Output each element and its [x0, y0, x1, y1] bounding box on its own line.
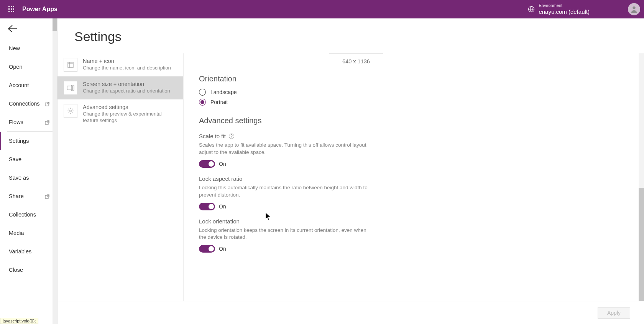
svg-point-17: [70, 110, 72, 112]
apply-button[interactable]: Apply: [598, 307, 630, 319]
help-icon[interactable]: ?: [229, 134, 234, 139]
popout-icon: [45, 194, 49, 198]
radio-portrait[interactable]: Portrait: [199, 99, 629, 106]
sidebar-item-media[interactable]: Media: [0, 224, 57, 242]
orientation-heading: Orientation: [199, 74, 629, 83]
tab-name-icon[interactable]: Name + icon Change the name, icon, and d…: [58, 53, 183, 76]
dimensions-label: 640 x 1136: [329, 53, 383, 69]
sidebar-item-save[interactable]: Save: [0, 150, 57, 169]
footer: Apply: [58, 301, 644, 324]
toggle-lock-orientation[interactable]: [199, 245, 215, 253]
settings-detail: 640 x 1136 Orientation Landscape Portrai…: [183, 53, 644, 301]
settings-tabs: Name + icon Change the name, icon, and d…: [58, 53, 183, 301]
environment-selector[interactable]: Environment enayu.com (default): [528, 3, 590, 15]
sidebar-scrollbar[interactable]: [53, 18, 57, 324]
environment-value: enayu.com (default): [539, 8, 590, 15]
advanced-heading: Advanced settings: [199, 116, 629, 125]
user-avatar[interactable]: [628, 3, 640, 15]
svg-rect-1: [11, 6, 12, 7]
sidebar-item-flows[interactable]: Flows: [0, 113, 57, 131]
sidebar-item-save-as[interactable]: Save as: [0, 169, 57, 187]
popout-icon: [45, 101, 49, 106]
sidebar-item-close[interactable]: Close: [0, 261, 57, 279]
page-title: Settings: [58, 18, 644, 53]
gear-icon: [64, 104, 77, 118]
status-bar: javascript:void(0);: [0, 318, 38, 324]
app-title: Power Apps: [22, 6, 58, 13]
sidebar-item-variables[interactable]: Variables: [0, 242, 57, 261]
back-button[interactable]: [0, 18, 57, 39]
svg-rect-5: [13, 8, 14, 10]
setting-scale-to-fit: Scale to fit ? Scales the app to fit ava…: [199, 133, 629, 168]
popout-icon: [45, 120, 49, 124]
sidebar-item-account[interactable]: Account: [0, 76, 57, 94]
svg-rect-6: [8, 11, 10, 12]
setting-lock-aspect: Lock aspect ratio Locking this automatic…: [199, 175, 629, 210]
screen-size-icon: [64, 81, 77, 95]
sidebar-item-open[interactable]: Open: [0, 58, 57, 76]
environment-label: Environment: [539, 3, 590, 8]
radio-icon: [199, 89, 206, 96]
svg-rect-15: [67, 86, 72, 90]
svg-rect-3: [8, 8, 10, 10]
svg-rect-7: [11, 11, 12, 12]
sidebar: New Open Account Connections Flows Setti…: [0, 18, 58, 324]
tab-screen-size[interactable]: Screen size + orientation Change the asp…: [58, 76, 183, 99]
content-scrollbar[interactable]: [639, 53, 644, 301]
svg-point-10: [632, 7, 635, 9]
sidebar-item-settings[interactable]: Settings: [0, 132, 57, 150]
radio-icon: [199, 99, 206, 106]
sidebar-item-collections[interactable]: Collections: [0, 205, 57, 224]
header-bar: Power Apps Environment enayu.com (defaul…: [0, 0, 644, 18]
globe-icon: [528, 6, 535, 13]
setting-lock-orientation: Lock orientation Locking orientation kee…: [199, 218, 629, 253]
svg-rect-14: [68, 62, 73, 68]
sidebar-item-connections[interactable]: Connections: [0, 94, 57, 113]
svg-rect-2: [13, 6, 14, 7]
toggle-lock-aspect[interactable]: [199, 203, 215, 210]
toggle-scale-to-fit[interactable]: [199, 160, 215, 168]
svg-rect-4: [11, 8, 12, 10]
tab-advanced-settings[interactable]: Advanced settings Change the preview & e…: [58, 99, 183, 129]
name-icon-icon: [64, 58, 77, 72]
sidebar-item-new[interactable]: New: [0, 39, 57, 58]
waffle-icon[interactable]: [4, 2, 19, 17]
radio-landscape[interactable]: Landscape: [199, 89, 629, 96]
sidebar-item-share[interactable]: Share: [0, 187, 57, 205]
svg-rect-0: [8, 6, 10, 7]
svg-rect-8: [13, 11, 14, 12]
